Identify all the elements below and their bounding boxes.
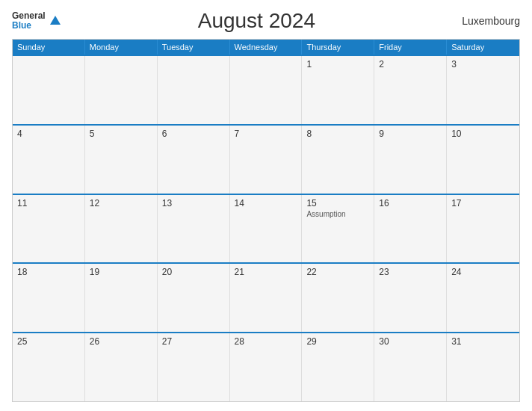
day-cell-4: 4	[13, 126, 85, 194]
header-thursday: Thursday	[302, 40, 374, 55]
day-cell-empty	[230, 56, 303, 124]
day-headers-row: Sunday Monday Tuesday Wednesday Thursday…	[13, 40, 519, 55]
day-cell-27: 27	[158, 333, 230, 401]
week-row-3: 11 12 13 14 15 Assumption 16	[13, 194, 519, 263]
calendar-grid: Sunday Monday Tuesday Wednesday Thursday…	[12, 39, 520, 402]
day-cell-16: 16	[374, 195, 447, 263]
day-cell-1: 1	[302, 56, 374, 124]
day-cell-28: 28	[230, 333, 303, 401]
day-cell-29: 29	[302, 333, 374, 401]
day-cell-11: 11	[13, 195, 85, 263]
day-cell-7: 7	[230, 126, 303, 194]
country-label: Luxembourg	[453, 15, 520, 27]
day-cell-17: 17	[447, 195, 519, 263]
day-cell-3: 3	[447, 56, 519, 124]
day-cell-26: 26	[85, 333, 158, 401]
day-cell-31: 31	[447, 333, 519, 401]
day-cell-14: 14	[230, 195, 303, 263]
logo-triangle-icon	[50, 16, 61, 25]
header-saturday: Saturday	[447, 40, 519, 55]
logo: General Blue	[12, 11, 61, 31]
day-cell-5: 5	[85, 126, 158, 194]
week-row-2: 4 5 6 7 8 9 10	[13, 124, 519, 194]
day-cell-30: 30	[374, 333, 447, 401]
day-cell-25: 25	[13, 333, 85, 401]
logo-blue-text: Blue	[12, 21, 46, 31]
header-friday: Friday	[374, 40, 447, 55]
day-cell-9: 9	[374, 126, 447, 194]
calendar-page: General Blue August 2024 Luxembourg Sund…	[0, 0, 532, 411]
day-cell-22: 22	[302, 264, 374, 332]
day-cell-empty	[13, 56, 85, 124]
month-title: August 2024	[61, 9, 453, 33]
day-cell-8: 8	[302, 126, 374, 194]
day-cell-21: 21	[230, 264, 303, 332]
logo-text: General Blue	[12, 11, 46, 31]
day-cell-12: 12	[85, 195, 158, 263]
header-monday: Monday	[85, 40, 158, 55]
day-cell-13: 13	[158, 195, 230, 263]
header-wednesday: Wednesday	[230, 40, 303, 55]
day-cell-24: 24	[447, 264, 519, 332]
week-row-4: 18 19 20 21 22 23 24	[13, 262, 519, 332]
day-cell-2: 2	[374, 56, 447, 124]
week-row-5: 25 26 27 28 29 30 31	[13, 332, 519, 401]
header: General Blue August 2024 Luxembourg	[12, 9, 520, 33]
day-cell-empty	[85, 56, 158, 124]
day-cell-empty	[158, 56, 230, 124]
day-cell-18: 18	[13, 264, 85, 332]
header-tuesday: Tuesday	[158, 40, 230, 55]
header-sunday: Sunday	[13, 40, 85, 55]
day-cell-15: 15 Assumption	[302, 195, 374, 263]
day-cell-19: 19	[85, 264, 158, 332]
week-row-1: 1 2 3	[13, 55, 519, 124]
day-cell-10: 10	[447, 126, 519, 194]
day-cell-6: 6	[158, 126, 230, 194]
weeks-container: 1 2 3 4 5 6	[13, 55, 519, 401]
day-cell-20: 20	[158, 264, 230, 332]
day-cell-23: 23	[374, 264, 447, 332]
